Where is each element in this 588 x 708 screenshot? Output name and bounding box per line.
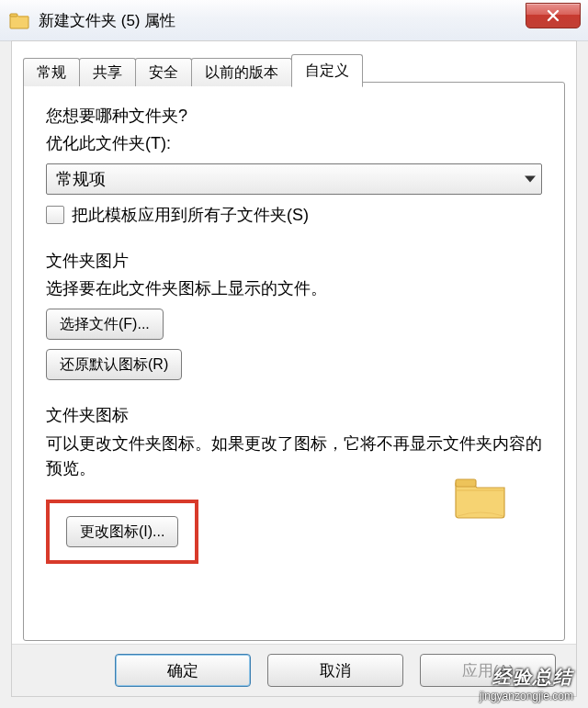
svg-rect-1 bbox=[456, 479, 476, 487]
close-button[interactable] bbox=[526, 3, 581, 28]
button-label: 更改图标(I)... bbox=[80, 523, 164, 542]
tab-sharing[interactable]: 共享 bbox=[79, 58, 136, 86]
folder-icon bbox=[9, 11, 29, 29]
tab-label: 常规 bbox=[37, 63, 66, 83]
choose-file-button[interactable]: 选择文件(F)... bbox=[46, 309, 164, 340]
svg-rect-0 bbox=[10, 14, 17, 17]
tab-label: 共享 bbox=[93, 63, 122, 83]
button-label: 选择文件(F)... bbox=[60, 315, 150, 334]
apply-button[interactable]: 应用(A) bbox=[420, 654, 556, 687]
client-area: 常规 共享 安全 以前的版本 自定义 您想要哪种文件夹? 优化此文件夹(T): … bbox=[11, 40, 577, 697]
tab-label: 自定义 bbox=[305, 62, 349, 81]
window-title: 新建文件夹 (5) 属性 bbox=[39, 10, 175, 31]
button-label: 确定 bbox=[167, 660, 198, 681]
highlight-annotation: 更改图标(I)... bbox=[46, 500, 198, 564]
tab-panel-customize: 您想要哪种文件夹? 优化此文件夹(T): 常规项 把此模板应用到所有子文件夹(S… bbox=[23, 82, 565, 641]
properties-window: 新建文件夹 (5) 属性 常规 共享 安全 以前的版本 自定义 您想要哪种文件夹… bbox=[0, 0, 588, 708]
folder-type-question: 您想要哪种文件夹? bbox=[46, 105, 542, 127]
close-icon bbox=[546, 9, 560, 22]
change-icon-button[interactable]: 更改图标(I)... bbox=[66, 516, 178, 547]
chevron-down-icon bbox=[525, 176, 536, 183]
tab-customize[interactable]: 自定义 bbox=[291, 54, 363, 87]
folder-picture-title: 文件夹图片 bbox=[46, 250, 542, 272]
button-label: 取消 bbox=[320, 660, 351, 681]
optimize-select-value: 常规项 bbox=[56, 168, 106, 190]
ok-button[interactable]: 确定 bbox=[115, 654, 251, 687]
button-label: 应用(A) bbox=[462, 660, 514, 681]
apply-template-label: 把此模板应用到所有子文件夹(S) bbox=[72, 204, 309, 226]
button-label: 还原默认图标(R) bbox=[60, 355, 168, 375]
optimize-select[interactable]: 常规项 bbox=[46, 163, 542, 195]
titlebar[interactable]: 新建文件夹 (5) 属性 bbox=[0, 0, 588, 41]
cancel-button[interactable]: 取消 bbox=[267, 654, 403, 687]
tabstrip: 常规 共享 安全 以前的版本 自定义 bbox=[23, 54, 362, 86]
folder-picture-desc: 选择要在此文件夹图标上显示的文件。 bbox=[46, 277, 542, 299]
folder-picture-group: 文件夹图片 选择要在此文件夹图标上显示的文件。 选择文件(F)... 还原默认图… bbox=[46, 250, 542, 380]
folder-icon-preview bbox=[452, 472, 509, 524]
apply-template-row[interactable]: 把此模板应用到所有子文件夹(S) bbox=[46, 204, 542, 226]
dialog-button-bar: 确定 取消 应用(A) bbox=[12, 644, 576, 696]
tab-label: 安全 bbox=[149, 63, 178, 83]
optimize-label: 优化此文件夹(T): bbox=[46, 132, 542, 154]
tab-label: 以前的版本 bbox=[205, 63, 278, 83]
restore-default-button[interactable]: 还原默认图标(R) bbox=[46, 349, 182, 380]
tab-general[interactable]: 常规 bbox=[23, 58, 80, 86]
folder-icon-title: 文件夹图标 bbox=[46, 404, 542, 426]
tab-previous-versions[interactable]: 以前的版本 bbox=[191, 58, 292, 86]
tab-security[interactable]: 安全 bbox=[135, 58, 192, 86]
apply-template-checkbox[interactable] bbox=[46, 206, 64, 224]
